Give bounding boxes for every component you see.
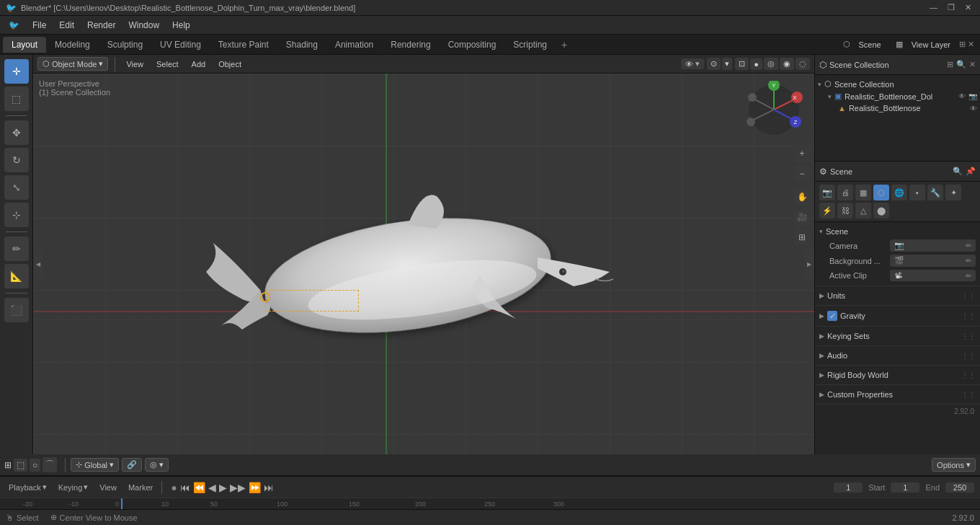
zoom-out-button[interactable]: − — [794, 166, 810, 182]
gravity-checkbox[interactable]: ✓ — [827, 311, 837, 321]
navigation-gizmo[interactable]: X Y Z — [745, 81, 803, 138]
gizmo-btn[interactable]: ⊡ — [735, 58, 749, 70]
snap-toggle[interactable]: 🔗 — [122, 458, 142, 472]
object-mode-selector[interactable]: ⬡ Object Mode ▾ — [37, 57, 108, 71]
gravity-section-header[interactable]: ▶ ✓ Gravity ⋮⋮ — [819, 309, 976, 323]
camera-edit-icon[interactable]: ✏ — [966, 242, 971, 250]
units-section-header[interactable]: ▶ Units ⋮⋮ — [819, 289, 976, 302]
current-frame-input[interactable] — [834, 482, 863, 493]
menu-edit[interactable]: Edit — [53, 19, 80, 32]
keying-menu[interactable]: Keying ▾ — [55, 481, 92, 493]
grab-button[interactable]: ✋ — [794, 189, 810, 205]
tab-layout[interactable]: Layout — [3, 37, 46, 53]
restrict-render-icon[interactable]: 📷 — [968, 92, 977, 100]
workspace-options[interactable]: ⊞ ✕ — [956, 38, 977, 50]
start-frame-input[interactable] — [891, 482, 919, 493]
tab-animation[interactable]: Animation — [326, 37, 382, 53]
add-menu[interactable]: Add — [187, 58, 210, 70]
menu-help[interactable]: Help — [166, 19, 196, 32]
close-button[interactable]: ✕ — [962, 3, 974, 12]
playback-menu[interactable]: Playback ▾ — [6, 481, 50, 493]
data-props-icon[interactable]: △ — [855, 203, 871, 219]
scene-section-header[interactable]: ▾ Scene — [819, 225, 976, 238]
world-props-icon[interactable]: 🌐 — [891, 185, 907, 200]
shading-eevee-btn[interactable]: ◌ — [796, 58, 810, 70]
audio-section-header[interactable]: ▶ Audio ⋮⋮ — [819, 349, 976, 362]
tab-sculpting[interactable]: Sculpting — [99, 37, 151, 53]
rigid-body-header[interactable]: ▶ Rigid Body World ⋮⋮ — [819, 369, 976, 381]
end-frame-input[interactable] — [945, 482, 974, 493]
active-clip-value[interactable]: 📽 ✏ — [890, 270, 976, 281]
jump-start-btn[interactable]: ⏮ — [180, 482, 190, 493]
tab-compositing[interactable]: Compositing — [440, 37, 505, 53]
play-btn[interactable]: ▶ — [219, 482, 227, 493]
select-menu[interactable]: Select — [152, 58, 183, 70]
outliner-filter-btn[interactable]: ⊞ — [947, 60, 953, 69]
menu-file[interactable]: File — [27, 19, 52, 32]
scale-tool[interactable]: ⤡ — [4, 175, 29, 200]
background-value[interactable]: 🎬 ✏ — [890, 255, 976, 267]
maximize-button[interactable]: ❐ — [945, 3, 958, 12]
tab-uv-editing[interactable]: UV Editing — [151, 37, 210, 53]
move-tool[interactable]: ✥ — [4, 120, 29, 145]
select-box-tool[interactable]: ⬚ — [4, 87, 29, 111]
properties-search-btn[interactable]: 🔍 — [953, 167, 963, 176]
outliner-item-dolphin-root[interactable]: ▾ ▣ Realistic_Bottlenose_Dol 👁 📷 — [818, 90, 977, 102]
tab-rendering[interactable]: Rendering — [382, 37, 439, 53]
visibility-eye-icon[interactable]: 👁 — [958, 92, 966, 100]
tab-texture-paint[interactable]: Texture Paint — [210, 37, 277, 53]
options-button[interactable]: Options ▾ — [932, 458, 976, 472]
camera-button[interactable]: 🎥 — [794, 209, 810, 225]
render-props-icon[interactable]: 📷 — [819, 185, 835, 200]
menu-window[interactable]: Window — [122, 19, 165, 32]
material-props-icon[interactable]: ⬤ — [873, 203, 889, 219]
jump-end-btn[interactable]: ⏭ — [264, 482, 274, 493]
frame-ruler[interactable]: -20 -10 0 10 50 100 150 200 250 300 — [0, 498, 980, 509]
tab-scripting[interactable]: Scripting — [504, 37, 556, 53]
scene-selector[interactable]: ⬡ — [840, 38, 853, 50]
keying-sets-header[interactable]: ▶ Keying Sets ⋮⋮ — [819, 330, 976, 343]
background-edit-icon[interactable]: ✏ — [966, 257, 971, 265]
shading-solid-btn[interactable]: ● — [750, 58, 762, 70]
scene-name[interactable]: Scene — [856, 39, 884, 50]
next-keyframe-btn[interactable]: ▶▶ — [230, 482, 246, 493]
prev-keyframe-btn[interactable]: ◀ — [208, 482, 216, 493]
overlays-btn[interactable]: ⊙ — [707, 58, 721, 70]
shading-rendered-btn[interactable]: ◉ — [780, 58, 794, 70]
outliner-search-btn[interactable]: 🔍 — [956, 60, 966, 69]
cursor-tool[interactable]: ✛ — [4, 59, 29, 84]
add-workspace-button[interactable]: + — [556, 36, 573, 53]
viewport[interactable]: X Y Z Use — [33, 74, 814, 454]
tab-shading[interactable]: Shading — [277, 37, 326, 53]
scene-props-icon[interactable]: ⬡ — [873, 185, 889, 200]
titlebar-controls[interactable]: — ❐ ✕ — [927, 3, 974, 12]
object-props-icon[interactable]: ▪ — [909, 185, 925, 200]
view-layer-props-icon[interactable]: ▦ — [855, 185, 871, 200]
menu-render[interactable]: Render — [81, 19, 121, 32]
mesh-visibility-icon[interactable]: 👁 — [970, 105, 977, 112]
view-menu-timeline[interactable]: View — [97, 482, 120, 493]
zoom-in-button[interactable]: + — [794, 146, 810, 162]
object-menu[interactable]: Object — [214, 58, 246, 70]
clip-edit-icon[interactable]: ✏ — [966, 272, 971, 280]
transform-orientation-selector[interactable]: ⊹ Global ▾ — [71, 458, 119, 472]
particles-props-icon[interactable]: ✦ — [945, 185, 961, 200]
camera-value[interactable]: 📷 ✏ — [890, 239, 976, 252]
modifier-props-icon[interactable]: 🔧 — [927, 185, 943, 200]
tab-modeling[interactable]: Modeling — [46, 37, 99, 53]
menu-blender[interactable]: 🐦 — [3, 19, 25, 32]
outliner-scene-collection[interactable]: ▾ ⬡ Scene Collection — [818, 78, 977, 90]
right-panel-toggle[interactable]: ▶ — [804, 250, 814, 278]
add-cube-tool[interactable]: ⬛ — [4, 298, 29, 322]
minimize-button[interactable]: — — [927, 3, 940, 12]
view-layer-name[interactable]: View Layer — [909, 39, 953, 50]
physics-props-icon[interactable]: ⚡ — [819, 203, 835, 219]
marker-menu[interactable]: Marker — [125, 482, 156, 493]
annotate-tool[interactable]: ✏ — [4, 237, 29, 261]
custom-props-header[interactable]: ▶ Custom Properties ⋮⋮ — [819, 388, 976, 401]
outliner-close-btn[interactable]: ✕ — [969, 60, 976, 69]
properties-pin-btn[interactable]: 📌 — [966, 167, 976, 176]
left-panel-toggle[interactable]: ◀ — [33, 250, 43, 278]
grid-button[interactable]: ⊞ — [794, 229, 810, 245]
viewport-dropdown[interactable]: ▾ — [695, 59, 700, 69]
